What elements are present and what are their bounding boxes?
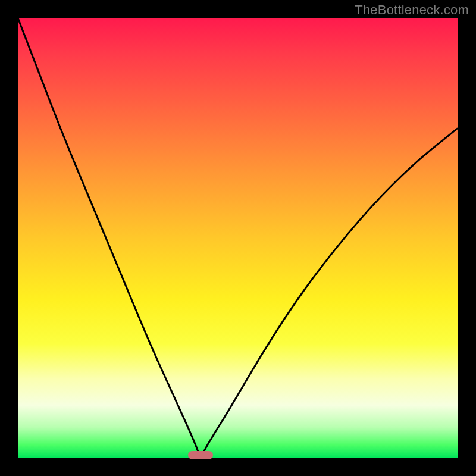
chart-frame: TheBottleneck.com: [0, 0, 476, 476]
curve-path: [18, 18, 458, 455]
bottleneck-curve: [18, 18, 458, 458]
watermark-text: TheBottleneck.com: [355, 2, 469, 18]
plot-area: [18, 18, 458, 458]
optimal-point-marker: [188, 451, 213, 459]
